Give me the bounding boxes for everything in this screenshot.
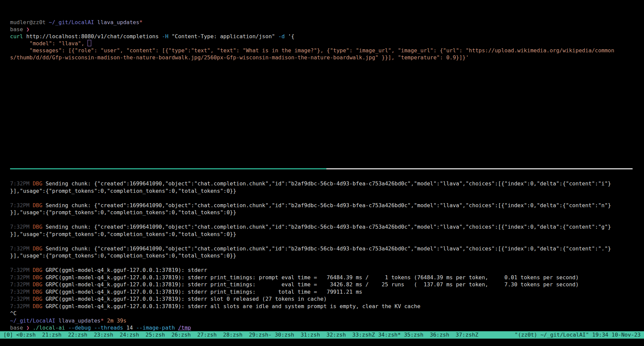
log-message: GRPC(ggml-model-q4_k.gguf-127.0.0.1:3781… (46, 289, 362, 295)
prompt-chevron: ❯ (26, 26, 30, 33)
log-level: DBG (33, 224, 46, 230)
log-timestamp: 7:32PM (10, 245, 33, 252)
git-branch: llava_updates (97, 19, 139, 25)
sigint-echo: ^C (10, 310, 16, 316)
log-message: Sending chunk: {"created":1699641090,"ob… (46, 202, 611, 209)
terminal-line: 7:32PM DBG Sending chunk: {"created":169… (10, 223, 644, 231)
terminal-line (10, 194, 644, 202)
tmux-status-right: "(zz0t) ~/_git/LocalAI" 19:34 10-Nov-23 (515, 331, 641, 339)
text-segment (94, 19, 97, 25)
log-level: DBG (33, 303, 46, 309)
log-timestamp: 7:32PM (10, 281, 33, 288)
tmux-window-list[interactable]: [0] <0:zsh 21:zsh 22:zsh 23:zsh 24:zsh 2… (3, 331, 478, 339)
log-timestamp: 7:32PM (10, 224, 33, 230)
terminal-line: 7:32PM DBG GRPC(ggml-model-q4_k.gguf-127… (10, 303, 644, 310)
prompt-cwd: ~/_git/LocalAI (10, 318, 55, 324)
git-dirty-indicator: * (101, 318, 104, 324)
terminal-line: 7:32PM DBG GRPC(ggml-model-q4_k.gguf-127… (10, 281, 644, 288)
command-flag-image-path: --image-path (136, 325, 175, 331)
log-message-wrap: }],"usage":{"prompt_tokens":0,"completio… (10, 231, 236, 237)
json-body-messages-wrap: s/thumb/d/dd/Gfp-wisconsin-madison-the-n… (10, 54, 469, 61)
terminal-line: 7:32PM DBG GRPC(ggml-model-q4_k.gguf-127… (10, 295, 644, 303)
command-arg-url: http://localhost:8080/v1/chat/completion… (23, 33, 162, 40)
log-message-wrap: }],"usage":{"prompt_tokens":0,"completio… (10, 188, 236, 194)
text-segment (175, 325, 178, 331)
git-branch: llava_updates (59, 318, 101, 324)
json-body-model: "model": "llava", (10, 40, 88, 47)
json-body-messages: "messages": [{"role": "user", "content":… (10, 47, 614, 54)
log-level: DBG (33, 267, 46, 273)
log-message: Sending chunk: {"created":1699641090,"ob… (46, 180, 611, 187)
log-message: Sending chunk: {"created":1699641090,"ob… (46, 245, 611, 252)
terminal-line: 7:32PM DBG Sending chunk: {"created":169… (10, 202, 644, 209)
command-arg-image-path-value: /tmp (178, 325, 191, 331)
conda-env: base (10, 325, 26, 331)
terminal-line: mudler@zz0t ~/_git/LocalAI llava_updates… (10, 19, 644, 26)
log-message: Sending chunk: {"created":1699641090,"ob… (46, 224, 611, 230)
prompt-chevron: ❯ (26, 325, 30, 331)
terminal-line (10, 238, 644, 245)
log-message: GRPC(ggml-model-q4_k.gguf-127.0.0.1:3781… (46, 281, 579, 288)
terminal-line: "messages": [{"role": "user", "content":… (10, 47, 644, 54)
log-timestamp: 7:32PM (10, 202, 33, 209)
terminal-line: ~/_git/LocalAI llava_updates* 2m 39s (10, 317, 644, 325)
terminal-line (10, 260, 644, 267)
log-level: DBG (33, 180, 46, 187)
log-timestamp: 7:32PM (10, 289, 33, 295)
terminal-line: }],"usage":{"prompt_tokens":0,"completio… (10, 187, 644, 195)
log-level: DBG (33, 245, 46, 252)
command-flag-threads: --threads (94, 325, 123, 331)
command-arg-threads-value: 14 (123, 325, 136, 331)
text-segment: '{ (285, 33, 294, 40)
terminal-line: s/thumb/d/dd/Gfp-wisconsin-madison-the-n… (10, 54, 644, 61)
log-level: DBG (33, 289, 46, 295)
terminal-line: }],"usage":{"prompt_tokens":0,"completio… (10, 209, 644, 216)
log-message: GRPC(ggml-model-q4_k.gguf-127.0.0.1:3781… (46, 303, 420, 309)
terminal-line: }],"usage":{"prompt_tokens":0,"completio… (10, 252, 644, 260)
pane-divider-active-segment (10, 168, 326, 169)
tmux-status-bar: [0] <0:zsh 21:zsh 22:zsh 23:zsh 24:zsh 2… (0, 331, 644, 339)
prompt-cwd: ~/_git/LocalAI (49, 19, 94, 25)
log-message: GRPC(ggml-model-q4_k.gguf-127.0.0.1:3781… (46, 296, 327, 302)
log-timestamp: 7:32PM (10, 267, 33, 273)
log-timestamp: 7:32PM (10, 274, 33, 281)
prompt-user-host: mudler@zz0t (10, 19, 49, 25)
command-flag-data: -d (278, 33, 285, 40)
terminal-line: base ❯ (10, 26, 644, 33)
git-dirty-indicator: * (139, 19, 143, 25)
command-flag-debug: --debug (68, 325, 91, 331)
text-segment (91, 325, 94, 331)
text-segment (104, 318, 107, 324)
terminal-screen: mudler@zz0t ~/_git/LocalAI llava_updates… (0, 0, 644, 346)
log-message: GRPC(ggml-model-q4_k.gguf-127.0.0.1:3781… (46, 274, 579, 281)
log-message: GRPC(ggml-model-q4_k.gguf-127.0.0.1:3781… (46, 267, 207, 273)
command-flag-header: -H (162, 33, 168, 40)
terminal-line: 7:32PM DBG Sending chunk: {"created":169… (10, 245, 644, 252)
text-cursor (88, 40, 91, 46)
terminal-line (10, 216, 644, 224)
terminal-line: curl http://localhost:8080/v1/chat/compl… (10, 33, 644, 40)
terminal-line: ^C (10, 310, 644, 317)
terminal-line: 7:32PM DBG GRPC(ggml-model-q4_k.gguf-127… (10, 267, 644, 274)
log-message-wrap: }],"usage":{"prompt_tokens":0,"completio… (10, 209, 236, 216)
log-pane[interactable]: 7:32PM DBG Sending chunk: {"created":169… (10, 180, 644, 332)
pane-divider[interactable] (10, 168, 633, 169)
terminal-line: 7:32PM DBG Sending chunk: {"created":169… (10, 180, 644, 187)
command-name: curl (10, 33, 23, 40)
command-arg-content-type: "Content-Type: application/json" (168, 33, 278, 40)
log-level: DBG (33, 281, 46, 288)
log-level: DBG (33, 202, 46, 209)
command-duration: 2m 39s (107, 318, 126, 324)
log-message-wrap: }],"usage":{"prompt_tokens":0,"completio… (10, 252, 236, 259)
terminal-line: base ❯ ./local-ai --debug --threads 14 -… (10, 324, 644, 332)
terminal-line: "model": "llava", (10, 40, 644, 47)
terminal-line: 7:32PM DBG GRPC(ggml-model-q4_k.gguf-127… (10, 274, 644, 281)
log-level: DBG (33, 274, 46, 281)
terminal-line: }],"usage":{"prompt_tokens":0,"completio… (10, 231, 644, 238)
log-timestamp: 7:32PM (10, 296, 33, 302)
pane-divider-inactive-segment (326, 168, 633, 169)
command-name: ./local-ai (33, 325, 65, 331)
log-level: DBG (33, 296, 46, 302)
conda-env: base (10, 26, 26, 33)
top-pane[interactable]: mudler@zz0t ~/_git/LocalAI llava_updates… (10, 19, 644, 61)
